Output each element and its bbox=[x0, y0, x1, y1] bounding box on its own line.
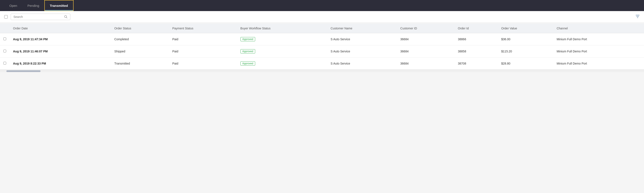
approved-badge: Approved bbox=[240, 37, 255, 41]
toolbar bbox=[0, 11, 644, 23]
filter-icon bbox=[636, 14, 640, 18]
row-channel: Minium Full Demo Port bbox=[553, 45, 644, 57]
col-order-id: Order Id bbox=[454, 24, 498, 33]
tab-transmitted[interactable]: Transmitted bbox=[44, 0, 74, 11]
approved-badge: Approved bbox=[240, 49, 255, 53]
row-payment-status: Paid bbox=[169, 45, 237, 57]
row-buyer-workflow-status: Approved bbox=[237, 45, 327, 57]
tab-open[interactable]: Open bbox=[4, 0, 22, 11]
svg-line-1 bbox=[66, 17, 67, 18]
row-checkbox[interactable] bbox=[4, 37, 6, 40]
search-box[interactable] bbox=[11, 14, 70, 20]
row-checkbox-cell bbox=[0, 57, 10, 70]
table-body: Aug 9, 2019 11:47:34 PMCompletedPaidAppr… bbox=[0, 33, 644, 70]
row-checkbox-cell bbox=[0, 33, 10, 45]
row-payment-status: Paid bbox=[169, 57, 237, 70]
col-order-status: Order Status bbox=[111, 24, 169, 33]
row-customer-id: 36684 bbox=[397, 45, 454, 57]
scrollbar-thumb[interactable] bbox=[6, 70, 40, 72]
toolbar-left bbox=[4, 14, 70, 20]
row-customer-id: 36684 bbox=[397, 33, 454, 45]
row-order-value: $28.80 bbox=[498, 57, 553, 70]
row-payment-status: Paid bbox=[169, 33, 237, 45]
col-customer-id: Customer ID bbox=[397, 24, 454, 33]
row-order-date: Aug 9, 2019 8:22:33 PM bbox=[10, 57, 111, 70]
tab-pending[interactable]: Pending bbox=[22, 0, 44, 11]
row-channel: Minium Full Demo Port bbox=[553, 57, 644, 70]
row-order-status: Completed bbox=[111, 33, 169, 45]
row-customer-id: 36684 bbox=[397, 57, 454, 70]
search-input[interactable] bbox=[14, 15, 64, 18]
row-order-date: Aug 9, 2019 11:47:34 PM bbox=[10, 33, 111, 45]
row-customer-name: S Auto Service bbox=[327, 57, 397, 70]
orders-table-container: Order Date Order Status Payment Status B… bbox=[0, 24, 644, 72]
col-channel: Channel bbox=[553, 24, 644, 33]
row-checkbox[interactable] bbox=[4, 62, 6, 65]
col-customer-name: Customer Name bbox=[327, 24, 397, 33]
orders-table: Order Date Order Status Payment Status B… bbox=[0, 24, 644, 70]
row-order-id: 38708 bbox=[454, 57, 498, 70]
horizontal-scrollbar[interactable] bbox=[0, 70, 644, 72]
col-order-value: Order Value bbox=[498, 24, 553, 33]
row-customer-name: S Auto Service bbox=[327, 33, 397, 45]
tab-bar: Open Pending Transmitted bbox=[0, 0, 644, 11]
row-channel: Minium Full Demo Port bbox=[553, 33, 644, 45]
row-buyer-workflow-status: Approved bbox=[237, 57, 327, 70]
row-checkbox[interactable] bbox=[4, 50, 6, 52]
col-payment-status: Payment Status bbox=[169, 24, 237, 33]
search-icon bbox=[64, 15, 68, 18]
row-order-id: 38866 bbox=[454, 33, 498, 45]
row-order-value: $115.20 bbox=[498, 45, 553, 57]
table-row[interactable]: Aug 9, 2019 8:22:33 PMTransmittedPaidApp… bbox=[0, 57, 644, 70]
col-buyer-workflow-status: Buyer Workflow Status bbox=[237, 24, 327, 33]
approved-badge: Approved bbox=[240, 61, 255, 66]
filter-button[interactable] bbox=[636, 14, 640, 19]
row-order-status: Transmitted bbox=[111, 57, 169, 70]
row-order-value: $36.00 bbox=[498, 33, 553, 45]
table-header: Order Date Order Status Payment Status B… bbox=[0, 24, 644, 33]
table-row[interactable]: Aug 9, 2019 11:47:34 PMCompletedPaidAppr… bbox=[0, 33, 644, 45]
row-order-date: Aug 9, 2019 11:46:07 PM bbox=[10, 45, 111, 57]
row-customer-name: S Auto Service bbox=[327, 45, 397, 57]
row-order-status: Shipped bbox=[111, 45, 169, 57]
row-checkbox-cell bbox=[0, 45, 10, 57]
col-checkbox bbox=[0, 24, 10, 33]
select-all-checkbox[interactable] bbox=[4, 15, 8, 18]
col-order-date: Order Date bbox=[10, 24, 111, 33]
table-row[interactable]: Aug 9, 2019 11:46:07 PMShippedPaidApprov… bbox=[0, 45, 644, 57]
row-order-id: 38858 bbox=[454, 45, 498, 57]
row-buyer-workflow-status: Approved bbox=[237, 33, 327, 45]
